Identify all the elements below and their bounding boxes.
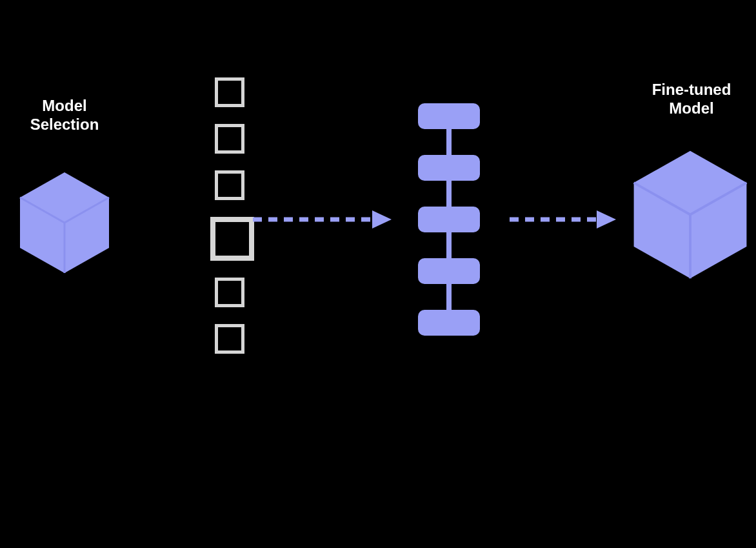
label-model-selection: Model Selection bbox=[0, 97, 129, 134]
hexagon-model-selection-icon bbox=[16, 168, 113, 278]
model-layer-block-icon bbox=[418, 155, 480, 181]
layer-selector-column bbox=[210, 77, 249, 370]
model-layer-block-icon bbox=[418, 207, 480, 232]
model-layer-block-icon bbox=[418, 103, 480, 129]
label-fine-tuned-model: Fine-tuned Model bbox=[627, 81, 756, 118]
label-line: Selection bbox=[30, 116, 99, 133]
layer-square-icon bbox=[215, 170, 244, 200]
layer-square-icon bbox=[215, 324, 244, 354]
label-line: Model bbox=[42, 97, 86, 114]
model-layer-block-icon bbox=[418, 310, 480, 336]
svg-marker-6 bbox=[372, 210, 392, 228]
hexagon-fine-tuned-model-icon bbox=[629, 145, 751, 284]
layer-square-icon bbox=[215, 124, 244, 154]
svg-marker-8 bbox=[597, 210, 616, 228]
diagram-stage: Model Selection Fine-tuned Model bbox=[0, 0, 756, 548]
arrow-dashed-right-icon bbox=[253, 203, 395, 236]
label-line: Fine-tuned bbox=[652, 81, 731, 98]
arrow-dashed-right-icon bbox=[510, 203, 619, 236]
arrow-dashed-icon bbox=[116, 208, 219, 234]
model-layer-block-icon bbox=[418, 258, 480, 284]
layer-square-icon bbox=[215, 278, 244, 307]
label-line: Model bbox=[669, 99, 713, 117]
model-layers-column bbox=[418, 103, 480, 336]
layer-square-icon bbox=[215, 77, 244, 107]
layer-square-selected-icon bbox=[210, 217, 254, 261]
